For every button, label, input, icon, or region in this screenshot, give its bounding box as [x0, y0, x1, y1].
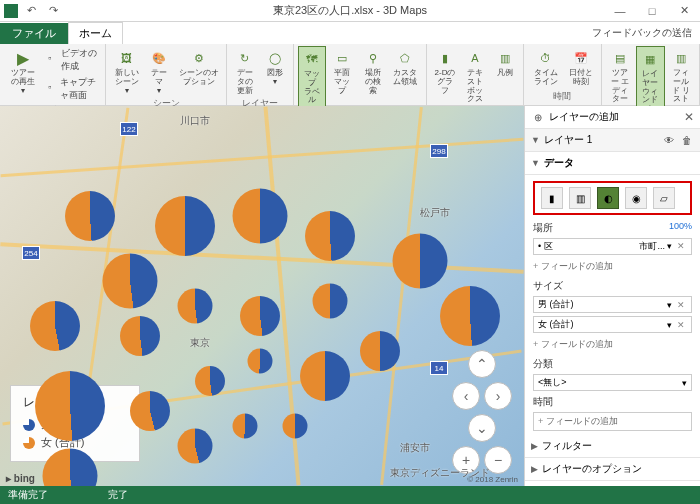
text-box[interactable]: Aテキスト ボックス: [461, 46, 489, 106]
maximize-button[interactable]: □: [636, 0, 668, 22]
pie-marker[interactable]: [178, 429, 213, 464]
field-list[interactable]: ▥フィール ド リスト: [667, 46, 695, 106]
layer-panel: ⊕ レイヤーの追加 ✕ ▼ レイヤー 1 👁 🗑 ▼ データ ▮ ▥ ◐ ◉ ▱…: [524, 106, 700, 486]
add-layer-header: ⊕ レイヤーの追加 ✕: [525, 106, 700, 129]
tab-home[interactable]: ホーム: [68, 22, 123, 44]
pie-marker[interactable]: [440, 286, 500, 346]
add-location-field[interactable]: +フィールドの追加: [533, 258, 692, 275]
flat-map[interactable]: ▭平面マップ: [328, 46, 357, 97]
custom-region[interactable]: ⬠カスタム領域: [389, 46, 422, 89]
pie-marker[interactable]: [103, 254, 158, 309]
chevron-right-icon: ▶: [531, 464, 538, 474]
size-field[interactable]: 女 (合計)▾ ✕: [533, 316, 692, 333]
add-size-field[interactable]: +フィールドの追加: [533, 336, 692, 353]
minimize-button[interactable]: —: [604, 0, 636, 22]
map-canvas[interactable]: レイヤー 1 男 (合計)女 (合計) ⌃ ‹ › ⌄ + − ▸ bing ©…: [0, 106, 524, 486]
add-time-field[interactable]: +フィールドの追加: [533, 412, 692, 431]
2d-chart[interactable]: ▮2-Dの グラフ: [431, 46, 459, 97]
pie-marker[interactable]: [155, 196, 215, 256]
chevron-down-icon: ▼: [531, 135, 540, 145]
tab-file[interactable]: ファイル: [0, 23, 68, 44]
find-location[interactable]: ⚲場所の検索: [358, 46, 387, 97]
map-nav: ⌃ ‹ › ⌄ + −: [452, 350, 512, 474]
new-scene[interactable]: 🖼新しいシーン ▾: [110, 46, 143, 97]
category-field[interactable]: <無し>▾: [533, 374, 692, 391]
chart-type-bar[interactable]: ▥: [569, 187, 591, 209]
capture[interactable]: ▫キャプチャ画面: [45, 75, 101, 103]
status-ready: 準備完了: [8, 488, 48, 502]
close-button[interactable]: ✕: [668, 0, 700, 22]
theme[interactable]: 🎨テーマ ▾: [145, 46, 173, 97]
pie-marker[interactable]: [233, 189, 288, 244]
pie-marker[interactable]: [313, 284, 348, 319]
chart-type-region[interactable]: ▱: [653, 187, 675, 209]
pie-marker[interactable]: [283, 414, 308, 439]
timeline[interactable]: ⏱タイムライン: [528, 46, 564, 89]
pie-marker[interactable]: [393, 234, 448, 289]
redo-button[interactable]: ↷: [44, 2, 62, 20]
pie-marker[interactable]: [233, 414, 258, 439]
size-field[interactable]: 男 (合計)▾ ✕: [533, 296, 692, 313]
size-label: サイズ: [533, 279, 692, 293]
status-done: 完了: [108, 488, 128, 502]
pie-marker[interactable]: [178, 289, 213, 324]
layer-name: レイヤー 1: [544, 133, 592, 147]
remove-field-icon[interactable]: ✕: [675, 241, 687, 251]
add-layer-icon[interactable]: ⊕: [531, 110, 545, 124]
panel-close-button[interactable]: ✕: [684, 110, 694, 124]
refresh-data[interactable]: ↻データの更新: [231, 46, 259, 97]
main-area: レイヤー 1 男 (合計)女 (合計) ⌃ ‹ › ⌄ + − ▸ bing ©…: [0, 106, 700, 486]
location-field[interactable]: • 区 市町... ▾ ✕: [533, 238, 692, 255]
tour-editor[interactable]: ▤ツアー エ ディター: [606, 46, 634, 106]
feedback-link[interactable]: フィードバックの送信: [592, 26, 692, 40]
remove-field-icon[interactable]: ✕: [675, 300, 687, 310]
app-icon: [4, 4, 18, 18]
pie-marker[interactable]: [248, 349, 273, 374]
data-label: データ: [544, 156, 574, 170]
shape[interactable]: ◯図形 ▾: [261, 46, 289, 89]
route-shield: 122: [120, 122, 138, 136]
remove-field-icon[interactable]: ✕: [675, 320, 687, 330]
pie-marker[interactable]: [195, 366, 225, 396]
pie-marker[interactable]: [120, 316, 160, 356]
play-tour[interactable]: ▶ツアーの再生 ▾: [4, 46, 41, 97]
pie-marker[interactable]: [305, 211, 355, 261]
rotate-left-button[interactable]: ‹: [452, 382, 480, 410]
category-label: 分類: [533, 357, 692, 371]
layer-1-header[interactable]: ▼ レイヤー 1 👁 🗑: [525, 129, 700, 152]
tilt-down-button[interactable]: ⌄: [468, 414, 496, 442]
pie-marker[interactable]: [65, 191, 115, 241]
pie-marker[interactable]: [30, 301, 80, 351]
bing-logo: ▸ bing: [6, 473, 35, 484]
visibility-icon[interactable]: 👁: [662, 133, 676, 147]
rotate-right-button[interactable]: ›: [484, 382, 512, 410]
chevron-down-icon: ▼: [531, 158, 540, 168]
place-label: 浦安市: [400, 441, 430, 455]
pie-marker[interactable]: [360, 331, 400, 371]
scene-options[interactable]: ⚙シーンのオプション: [175, 46, 222, 89]
filter-header[interactable]: ▶ フィルター: [525, 435, 700, 458]
route-shield: 254: [22, 246, 40, 260]
layer-options-header[interactable]: ▶ レイヤーのオプション: [525, 458, 700, 481]
filter-label: フィルター: [542, 439, 592, 453]
undo-button[interactable]: ↶: [22, 2, 40, 20]
pie-marker[interactable]: [35, 371, 105, 441]
video[interactable]: ▫ビデオの作成: [45, 46, 101, 74]
ribbon: ▶ツアーの再生 ▾▫ビデオの作成▫キャプチャ画面ツアー🖼新しいシーン ▾🎨テーマ…: [0, 44, 700, 106]
pie-marker[interactable]: [240, 296, 280, 336]
date-time[interactable]: 📅日付と時刻: [566, 46, 597, 89]
chart-type-column[interactable]: ▮: [541, 187, 563, 209]
chart-type-pie[interactable]: ◐: [597, 187, 619, 209]
location-pct[interactable]: 100%: [669, 221, 692, 231]
place-label: 松戸市: [420, 206, 450, 220]
delete-layer-icon[interactable]: 🗑: [680, 133, 694, 147]
tilt-up-button[interactable]: ⌃: [468, 350, 496, 378]
map-label[interactable]: 🗺マップ ラベル: [298, 46, 326, 108]
place-label: 東京: [190, 336, 210, 350]
data-header[interactable]: ▼ データ: [525, 152, 700, 175]
pie-marker[interactable]: [300, 351, 350, 401]
chart-type-heat[interactable]: ◉: [625, 187, 647, 209]
pie-marker[interactable]: [130, 391, 170, 431]
legend[interactable]: ▥凡例: [491, 46, 519, 80]
layer-options-label: レイヤーのオプション: [542, 462, 642, 476]
